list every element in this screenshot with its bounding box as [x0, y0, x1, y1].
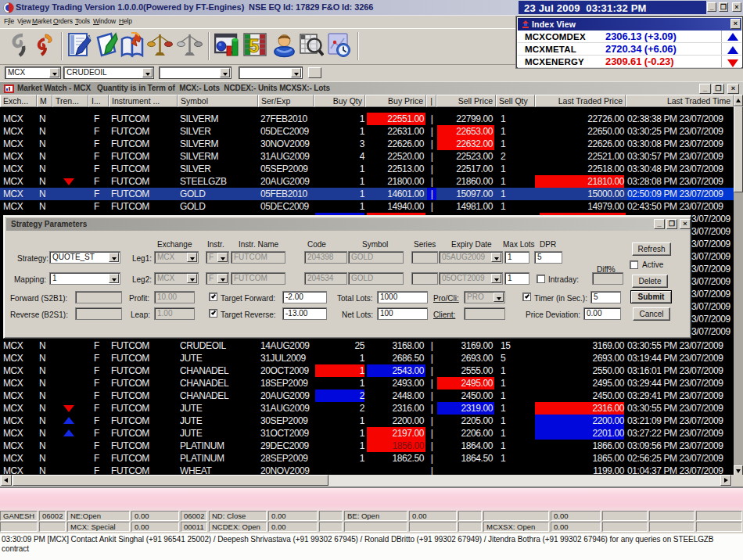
svg-text:5: 5 — [249, 35, 259, 56]
